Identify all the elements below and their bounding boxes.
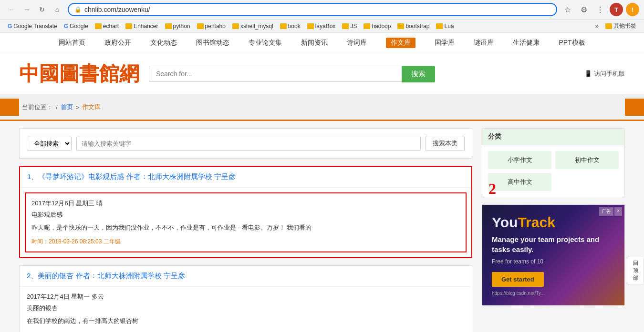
nav-classics[interactable]: 国学库 (435, 38, 455, 48)
content-search-button[interactable]: 搜索本类 (426, 136, 465, 151)
site-header: 中國圖書館網 搜索 📱 访问手机版 (0, 53, 644, 95)
bookmarks-more-button[interactable]: » (592, 21, 602, 30)
nav-culture[interactable]: 文化动态 (150, 38, 177, 48)
bookmark-book[interactable]: book (277, 22, 303, 30)
nav-library[interactable]: 图书馆动态 (196, 38, 229, 48)
breadcrumb-home-link[interactable]: 首页 (61, 103, 73, 111)
header-search: 搜索 (149, 66, 435, 82)
bookmark-label: bootstrap (405, 23, 429, 30)
ad-tag-label: 广告 (599, 207, 613, 216)
article-1-time: 时间：2018-03-26 08:25:03 二年级 (31, 238, 460, 246)
sidebar-categories: 分类 小学作文 初中作文 高中作文 (482, 128, 625, 197)
article-2-title-row: 2、美丽的银杏 作者：北师大株洲附属学校 宁呈彦 (20, 266, 472, 287)
bookmark-enhancer[interactable]: Enhancer (123, 22, 161, 30)
article-1-title-link[interactable]: 1、《寻梦环游记》电影观后感 作者：北师大株洲附属学校 宁呈彦 (27, 172, 236, 181)
header-search-button[interactable]: 搜索 (402, 66, 435, 82)
ad-title: Manage your team projects and tasks easi… (492, 234, 615, 254)
cat-high[interactable]: 高中作文 (488, 173, 551, 191)
nav-home[interactable]: 网站首页 (59, 38, 85, 48)
bookmark-star-button[interactable]: ☆ (561, 3, 574, 16)
folder-icon (342, 23, 349, 29)
ad-logo-you: You (492, 214, 518, 230)
nav-health[interactable]: 生活健康 (513, 38, 540, 48)
address-bar[interactable] (84, 6, 551, 13)
ad-controls: 广告 × (599, 207, 622, 216)
menu-button[interactable]: ⋮ (593, 3, 607, 16)
breadcrumb-arrow: > (76, 104, 80, 111)
warning-button[interactable]: ! (626, 3, 639, 16)
profile-button[interactable]: T (610, 3, 623, 16)
bookmark-google[interactable]: G Google (61, 22, 91, 30)
main-content: 全部搜索 搜索本类 1、《寻梦环游记》电影观后感 作者：北师大株洲附属学校 宁呈… (19, 128, 472, 332)
back-to-top-line1: 回 (633, 260, 638, 266)
nav-ppt[interactable]: PPT模板 (559, 38, 585, 48)
mobile-link[interactable]: 📱 访问手机版 (584, 70, 625, 78)
main-layout: 全部搜索 搜索本类 1、《寻梦环游记》电影观后感 作者：北师大株洲附属学校 宁呈… (0, 121, 644, 332)
ad-content: 广告 × YouTrack Manage your team projects … (482, 205, 624, 305)
nav-papers[interactable]: 专业论文集 (249, 38, 282, 48)
nav-essays[interactable]: 作文库 (386, 38, 415, 48)
breadcrumb-bar: 当前位置： / 首页 > 作文库 (0, 95, 644, 121)
article-2-type: 美丽的银杏 (27, 304, 465, 312)
folder-icon (364, 23, 370, 29)
forward-button[interactable]: → (20, 3, 33, 16)
content-search-input[interactable] (76, 137, 421, 151)
nav-poetry[interactable]: 诗词库 (347, 38, 367, 48)
search-select[interactable]: 全部搜索 (27, 137, 72, 151)
browser-actions: ☆ ⚙ ⋮ T ! (561, 3, 639, 16)
article-1-title-row: 1、《寻梦环游记》电影观后感 作者：北师大株洲附属学校 宁呈彦 (20, 167, 471, 188)
gtranslate-icon: G (8, 23, 12, 30)
ad-close-button[interactable]: × (614, 207, 622, 216)
folder-icon (165, 23, 172, 29)
article-card-2: 2、美丽的银杏 作者：北师大株洲附属学校 宁呈彦 2017年12月4日 星期一 … (19, 265, 472, 332)
header-search-input[interactable] (149, 66, 402, 82)
bookmark-pentaho[interactable]: pentaho (194, 22, 229, 30)
bookmark-label: JS (350, 23, 357, 30)
bookmark-label: 其他书签 (613, 22, 636, 30)
bookmark-hadoop[interactable]: hadoop (361, 22, 394, 30)
folder-icon (232, 23, 239, 29)
back-to-top-button[interactable]: 回 顶 部 (627, 257, 644, 284)
bookmark-js[interactable]: JS (339, 22, 360, 30)
extensions-button[interactable]: ⚙ (577, 3, 591, 16)
article-1-date: 2017年12月6日 星期三 晴 (31, 199, 460, 208)
bookmark-xshell[interactable]: xshell_mysql (229, 22, 276, 30)
bookmark-google-translate[interactable]: G Google Translate (5, 22, 60, 30)
bookmark-label: echart (103, 23, 119, 30)
ad-cta-button[interactable]: Get started (492, 272, 544, 287)
site-nav: 网站首页 政府公开 文化动态 图书馆动态 专业论文集 新闻资讯 诗词库 作文库 … (0, 33, 644, 53)
bookmark-other[interactable]: 其他书签 (602, 21, 639, 31)
article-2-preview: 2017年12月4日 星期一 多云 美丽的银杏 在我们学校的南边，有一排高大的银… (20, 287, 472, 332)
nav-gov[interactable]: 政府公开 (104, 38, 131, 48)
bookmark-label: pentaho (205, 23, 226, 30)
breadcrumb-current: 作文库 (82, 103, 101, 111)
article-2-title-link[interactable]: 2、美丽的银杏 作者：北师大株洲附属学校 宁呈彦 (27, 272, 185, 280)
lock-icon: 🔒 (74, 6, 82, 13)
ad-subtitle: Free for teams of 10 (492, 258, 615, 265)
bookmark-python[interactable]: python (162, 22, 193, 30)
folder-icon (605, 23, 612, 29)
reload-button[interactable]: ↻ (35, 3, 49, 16)
ad-logo-track: Track (518, 214, 555, 230)
folder-icon (95, 23, 102, 29)
article-2-body: 在我们学校的南边，有一排高大的银杏树 (27, 315, 465, 326)
back-button[interactable]: ← (5, 3, 18, 16)
cat-elementary[interactable]: 小学作文 (488, 151, 551, 169)
bookmark-lua[interactable]: Lua (433, 22, 457, 30)
nav-riddles[interactable]: 谜语库 (474, 38, 494, 48)
folder-icon (197, 23, 204, 29)
bookmark-echart[interactable]: echart (92, 22, 122, 30)
nav-news[interactable]: 新闻资讯 (301, 38, 328, 48)
home-button[interactable]: ⌂ (51, 3, 64, 16)
sidebar-categories-title: 分类 (482, 129, 624, 145)
bookmark-layabox[interactable]: layaBox (304, 22, 339, 30)
address-bar-container[interactable]: 🔒 (68, 3, 557, 16)
folder-icon (125, 23, 132, 29)
cat-middle[interactable]: 初中作文 (555, 151, 619, 169)
bookmark-label: Enhancer (134, 23, 158, 30)
bookmark-bootstrap[interactable]: bootstrap (395, 22, 432, 30)
article-1-wrapper: 1、《寻梦环游记》电影观后感 作者：北师大株洲附属学校 宁呈彦 2017年12月… (19, 166, 472, 258)
bookmark-label: hadoop (372, 23, 391, 30)
sidebar: 分类 小学作文 初中作文 高中作文 广告 × YouTrack (482, 128, 625, 332)
browser-toolbar: ← → ↻ ⌂ 🔒 ☆ ⚙ ⋮ T ! (0, 0, 644, 19)
